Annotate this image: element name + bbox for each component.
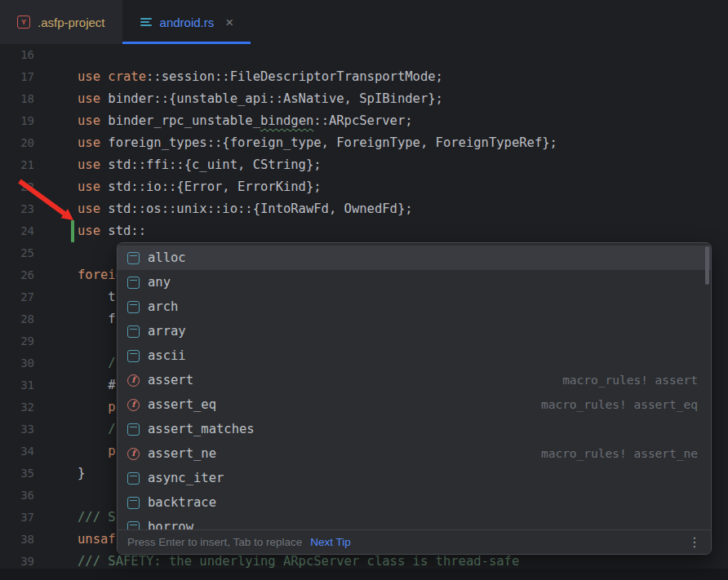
line-number[interactable]: 26 [0,264,34,286]
code-token: binder_rpc_unstable_ [108,113,260,128]
line-number[interactable]: 34 [0,441,34,463]
code-line[interactable]: 17use crate::session::FileDescriptorTran… [0,66,728,88]
line-number[interactable]: 27 [0,286,34,308]
line-number[interactable]: 18 [0,88,34,110]
module-icon [127,350,140,362]
line-number[interactable]: 20 [0,132,34,154]
completion-item-alloc[interactable]: alloc [118,246,711,270]
line-number[interactable]: 29 [0,330,34,352]
editor-tab-bar: Y .asfp-project android.rs × [0,0,728,44]
completion-list: allocanyarcharrayasciiassertmacro_rules!… [118,243,711,529]
code-token: std::ffi::{c_uint, CString}; [108,157,321,172]
module-icon [127,423,140,436]
completion-item-ascii[interactable]: ascii [118,343,711,368]
completion-item-label: arch [148,299,178,314]
macro-icon [127,448,140,460]
code-text: f [78,308,116,330]
code-token: # [78,378,116,392]
code-line[interactable]: 20use foreign_types::{foreign_type, Fore… [0,132,728,154]
tab-label-android-rs: android.rs [160,15,215,29]
line-number[interactable]: 31 [0,374,34,396]
completion-item-hint: macro_rules! assert [562,374,698,387]
tab-android-rs[interactable]: android.rs × [122,0,251,44]
code-line[interactable]: 19use binder_rpc_unstable_bindgen::ARpcS… [0,110,728,132]
completion-footer: Press Enter to insert, Tab to replace Ne… [118,529,711,554]
completion-item-array[interactable]: array [118,319,711,343]
code-token: use [78,113,108,128]
code-token: crate [108,69,146,84]
line-number[interactable]: 37 [0,507,34,529]
completion-item-label: ascii [148,348,186,363]
tab-label-asfp-project: .asfp-project [38,15,105,29]
line-number[interactable]: 30 [0,352,34,374]
more-options-icon[interactable]: ⋮ [688,534,701,550]
close-tab-icon[interactable]: × [225,15,233,29]
line-number[interactable]: 35 [0,463,34,485]
module-icon [127,301,140,313]
completion-popup: allocanyarcharrayasciiassertmacro_rules!… [117,242,712,555]
code-text: use std::ffi::{c_uint, CString}; [78,154,322,176]
completion-item-async_iter[interactable]: async_iter [118,466,711,490]
completion-hint-text: Press Enter to insert, Tab to replace [127,536,302,548]
macro-icon [127,399,140,411]
completion-item-hint: macro_rules! assert_eq [541,398,698,411]
line-number[interactable]: 16 [0,44,34,66]
line-number[interactable]: 21 [0,154,34,176]
completion-item-backtrace[interactable]: backtrace [118,490,711,515]
code-token: /// SAFETY: the underlying ARpcServer cl… [78,554,519,569]
tab-asfp-project[interactable]: Y .asfp-project [0,0,122,44]
next-tip-link[interactable]: Next Tip [310,536,351,548]
module-icon [127,325,140,338]
completion-item-label: assert_ne [148,446,216,461]
code-text: # [78,374,116,396]
completion-item-any[interactable]: any [118,270,711,294]
completion-item-assert[interactable]: assertmacro_rules! assert [118,368,711,392]
completion-item-label: backtrace [148,495,216,510]
module-icon [127,497,140,509]
code-token: std::os::unix::io::{IntoRawFd, OwnedFd}; [108,201,412,216]
completion-item-assert_ne[interactable]: assert_nemacro_rules! assert_ne [118,441,711,466]
code-text: use crate::session::FileDescriptorTransp… [78,66,443,88]
code-line[interactable]: 22use std::io::{Error, ErrorKind}; [0,176,728,198]
completion-item-borrow[interactable]: borrow [118,515,711,529]
code-line[interactable]: 21use std::ffi::{c_uint, CString}; [0,154,728,176]
code-text: p [78,396,116,418]
completion-item-label: assert_matches [148,422,255,436]
code-text: t [78,286,116,308]
code-token: / [78,356,116,370]
completion-item-assert_eq[interactable]: assert_eqmacro_rules! assert_eq [118,392,711,417]
scrollbar-thumb[interactable] [705,246,709,285]
code-text: use binder::{unstable_api::AsNative, SpI… [78,88,443,110]
module-icon [127,472,140,485]
line-number[interactable]: 19 [0,110,34,132]
code-text: p [78,441,116,463]
line-number[interactable]: 25 [0,242,34,264]
completion-item-hint: macro_rules! assert_ne [541,447,698,460]
line-number[interactable]: 17 [0,66,34,88]
completion-item-label: any [148,275,171,290]
completion-item-label: async_iter [148,471,224,485]
code-token: f [78,312,116,326]
yaml-file-icon: Y [17,15,30,29]
line-number[interactable]: 28 [0,308,34,330]
line-number[interactable]: 36 [0,485,34,507]
completion-item-arch[interactable]: arch [118,294,711,319]
code-token: ::ARpcServer; [313,113,412,128]
completion-item-label: alloc [148,250,186,265]
rust-file-icon [140,15,153,29]
code-line[interactable]: 24use std:: [0,220,728,242]
code-line[interactable]: 18use binder::{unstable_api::AsNative, S… [0,88,728,110]
code-text: use std::io::{Error, ErrorKind}; [78,176,322,198]
code-line[interactable]: 23use std::os::unix::io::{IntoRawFd, Own… [0,198,728,220]
code-token: t [78,290,116,304]
code-token: foreign_types::{foreign_type, ForeignTyp… [108,135,557,150]
popup-scrollbar[interactable] [705,246,709,527]
code-token: use [78,91,108,106]
line-number[interactable]: 33 [0,418,34,441]
line-number[interactable]: 38 [0,529,34,551]
code-token: } [78,466,85,480]
line-number[interactable]: 32 [0,396,34,418]
completion-item-assert_matches[interactable]: assert_matches [118,417,711,441]
code-token: std:: [108,224,146,238]
code-line[interactable]: 16 [0,44,728,66]
